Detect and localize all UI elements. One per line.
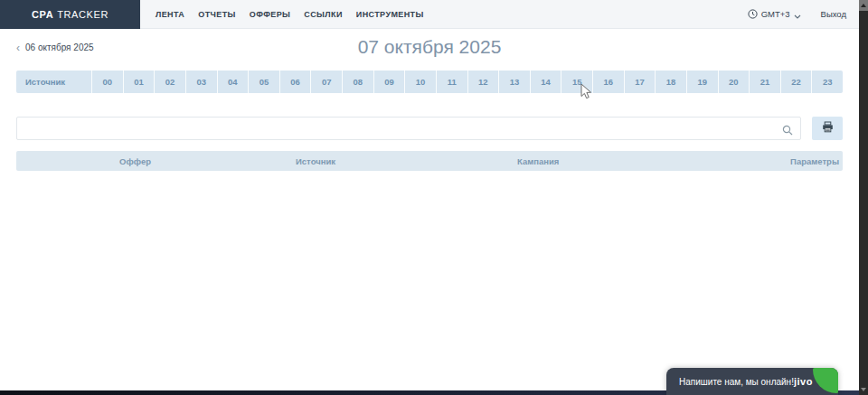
timezone-selector[interactable]: GMT+3 — [748, 6, 801, 23]
prev-day-label: 06 октября 2025 — [25, 42, 94, 52]
scroll-down-button[interactable] — [859, 384, 868, 395]
clock-icon — [748, 6, 758, 23]
menu-item[interactable]: ССЫЛКИ — [304, 10, 343, 19]
hour-cell[interactable]: 15 — [561, 71, 592, 93]
hour-cell[interactable]: 04 — [217, 71, 249, 93]
hour-cell[interactable]: 14 — [530, 71, 561, 93]
search-icon[interactable] — [782, 123, 793, 139]
table-col-campaign: Кампания — [515, 156, 787, 166]
table-col-offer: Оффер — [118, 156, 294, 166]
hour-cells: 0001020304050607080910111213141516171819… — [91, 71, 843, 93]
search-wrap — [16, 117, 801, 140]
hour-cell[interactable]: 09 — [373, 71, 405, 93]
hour-cell[interactable]: 08 — [342, 71, 373, 93]
page-title: 07 октября 2025 — [0, 36, 859, 58]
hour-cell[interactable]: 13 — [498, 71, 530, 93]
triangle-down-icon — [861, 388, 866, 391]
hour-cell[interactable]: 21 — [749, 71, 780, 93]
hour-cell[interactable]: 02 — [154, 71, 185, 93]
jivo-logo: jivo — [794, 376, 813, 387]
navbar-right: GMT+3 Выход — [748, 6, 846, 23]
menu-item[interactable]: ОТЧЕТЫ — [198, 10, 236, 19]
table-header-row: Оффер Источник Кампания Параметры — [16, 151, 843, 171]
menu-item[interactable]: ИНСТРУМЕНТЫ — [356, 10, 424, 19]
brand-bold: CPA — [32, 9, 53, 20]
printer-icon — [822, 121, 834, 136]
page: CPA TRACKER ЛЕНТАОТЧЕТЫОФФЕРЫССЫЛКИИНСТР… — [0, 0, 868, 395]
scroll-up-button[interactable] — [859, 0, 868, 11]
brand-logo[interactable]: CPA TRACKER — [0, 0, 140, 29]
hour-cell[interactable]: 20 — [718, 71, 750, 93]
top-navbar: CPA TRACKER ЛЕНТАОТЧЕТЫОФФЕРЫССЫЛКИИНСТР… — [0, 0, 859, 29]
hour-cell[interactable]: 23 — [811, 71, 843, 93]
hour-cell[interactable]: 11 — [436, 71, 467, 93]
hour-cell[interactable]: 16 — [592, 71, 624, 93]
hour-cell[interactable]: 12 — [467, 71, 499, 93]
main-menu: ЛЕНТАОТЧЕТЫОФФЕРЫССЫЛКИИНСТРУМЕНТЫ — [156, 10, 424, 19]
hour-cell[interactable]: 17 — [624, 71, 656, 93]
chat-widget[interactable]: Напишите нам, мы онлайн! jivo — [666, 368, 838, 395]
hour-cell[interactable]: 00 — [91, 71, 123, 93]
table-col-source: Источник — [294, 156, 515, 166]
table-col-params: Параметры — [787, 156, 843, 166]
jivo-leaf-icon — [813, 368, 838, 393]
logout-button[interactable]: Выход — [821, 9, 846, 19]
brand-regular: TRACKER — [57, 9, 108, 20]
vertical-scrollbar[interactable] — [859, 0, 868, 395]
hour-cell[interactable]: 19 — [686, 71, 718, 93]
hour-cell[interactable]: 01 — [123, 71, 155, 93]
print-button[interactable] — [812, 117, 843, 140]
search-input[interactable] — [16, 117, 801, 140]
hour-cell[interactable]: 10 — [404, 71, 436, 93]
hour-cell[interactable]: 22 — [780, 71, 812, 93]
timezone-label: GMT+3 — [761, 9, 790, 19]
chat-message: Напишите нам, мы онлайн! — [666, 377, 794, 387]
chevron-left-icon: ‹ — [16, 43, 20, 52]
menu-item[interactable]: ЛЕНТА — [156, 10, 184, 19]
hour-cell[interactable]: 05 — [248, 71, 279, 93]
triangle-up-icon — [861, 4, 866, 7]
hours-header-row: Источник 0001020304050607080910111213141… — [16, 71, 843, 93]
hour-cell[interactable]: 07 — [310, 71, 342, 93]
hour-cell[interactable]: 03 — [185, 71, 217, 93]
chevron-down-icon — [794, 6, 801, 23]
hour-cell[interactable]: 18 — [655, 71, 686, 93]
hours-source-label: Источник — [16, 71, 91, 93]
prev-day-link[interactable]: ‹ 06 октября 2025 — [16, 42, 94, 52]
hour-cell[interactable]: 06 — [279, 71, 311, 93]
menu-item[interactable]: ОФФЕРЫ — [250, 10, 290, 19]
